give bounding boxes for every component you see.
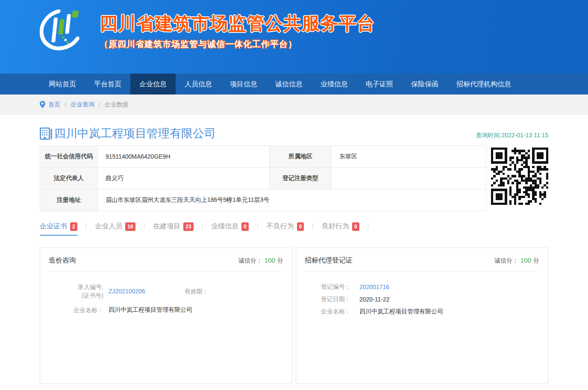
tab-enterprise-certificates[interactable]: 企业证书 2 <box>40 222 77 236</box>
breadcrumb-separator: / <box>65 101 66 108</box>
tab-enterprise-personnel[interactable]: 企业人员 16 <box>95 222 135 236</box>
tab-good-behavior[interactable]: 良好行为 0 <box>322 222 359 236</box>
nav-item-performance-info[interactable]: 业绩信息 <box>312 74 357 95</box>
nav-item-bidding-agency-info[interactable]: 招标代理机构信息 <box>447 74 520 95</box>
count-badge: 16 <box>125 222 135 231</box>
label-credit-code: 统一社会信用代码 <box>40 146 98 168</box>
count-badge: 0 <box>297 222 304 231</box>
tab-label: 企业证书 <box>40 222 67 231</box>
company-name: 四川中岚工程项目管理有限公司 <box>54 126 216 141</box>
tab-divider: | <box>257 223 259 230</box>
main-content: 四川中岚工程项目管理有限公司 查询时间:2022-01-13 11:15 统一社… <box>40 126 548 390</box>
building-icon <box>40 127 53 140</box>
tab-divider: | <box>144 223 145 230</box>
card-title: 造价咨询 <box>49 256 76 265</box>
breadcrumb-bar: 首页 / 企业查询 / 企业数据 <box>0 95 588 115</box>
tab-label: 不良行为 <box>267 222 294 231</box>
label-registration-type: 登记注册类型 <box>270 168 332 189</box>
certificate-number-link[interactable]: ZJ202100206 <box>109 288 145 295</box>
tab-label: 良好行为 <box>322 222 349 231</box>
tab-divider: | <box>368 223 369 230</box>
field-label-company-name: 企业名称： <box>321 308 355 316</box>
tab-label: 业绩信息 <box>211 222 238 231</box>
nav-item-credit-info[interactable]: 诚信信息 <box>266 74 312 95</box>
site-subtitle: （原四川省建筑市场监管与诚信一体化工作平台） <box>100 38 375 50</box>
card-title: 招标代理登记证 <box>305 256 353 265</box>
count-badge: 2 <box>70 222 77 231</box>
nav-item-e-certificate[interactable]: 电子证照 <box>357 74 402 95</box>
credit-score: 诚信分：100分 <box>238 257 283 265</box>
registration-number-link[interactable]: 202001716 <box>359 284 389 290</box>
score-label: 诚信分： <box>238 257 262 264</box>
field-value-company-name: 四川中岚工程项目管理有限公司 <box>109 306 192 314</box>
nav-item-site-home[interactable]: 网站首页 <box>40 74 85 95</box>
value-registered-address: 眉山市东坡区眉州大道东三段天天向上186号5幢1单元11层3号 <box>98 189 486 211</box>
score-value: 100 <box>520 257 531 264</box>
site-title: 四川省建筑市场监管公共服务平台 <box>100 12 375 35</box>
field-value-registration-date: 2020-11-22 <box>359 296 390 303</box>
tab-bad-behavior[interactable]: 不良行为 0 <box>267 222 304 236</box>
platform-logo-icon[interactable] <box>40 6 88 55</box>
label-registered-address: 注册地址 <box>40 189 98 211</box>
count-badge: 0 <box>352 222 359 231</box>
count-badge: 23 <box>183 222 193 231</box>
score-unit: 分 <box>277 257 283 264</box>
tabs-row: 企业证书 2 | 企业人员 16 | 在建项目 23 | 业绩信息 0 | 不良… <box>40 222 548 236</box>
nav-item-project-info[interactable]: 项目信息 <box>221 74 266 95</box>
site-title-block: 四川省建筑市场监管公共服务平台 （原四川省建筑市场监管与诚信一体化工作平台） <box>100 12 375 50</box>
credit-score: 诚信分：100分 <box>494 257 539 265</box>
tab-projects-under-construction[interactable]: 在建项目 23 <box>153 222 193 236</box>
value-credit-code: 91511400MA6420GE9H <box>98 146 270 168</box>
value-legal-representative: 曲义巧 <box>98 168 270 189</box>
field-label-company-name: 企业名称： <box>49 306 103 314</box>
site-header: 四川省建筑市场监管公共服务平台 （原四川省建筑市场监管与诚信一体化工作平台） <box>0 0 588 74</box>
value-registration-type <box>332 168 486 189</box>
breadcrumb: 首页 / 企业查询 / 企业数据 <box>40 95 548 115</box>
table-row: 统一社会信用代码 91511400MA6420GE9H 所属地区 东坡区 <box>40 146 486 168</box>
field-label-registration-number: 登记编号： <box>321 283 355 291</box>
nav-item-insurance-guarantee[interactable]: 保险保函 <box>402 74 447 95</box>
tab-label: 在建项目 <box>153 222 180 231</box>
card-bidding-agency-registration: 招标代理登记证 诚信分：100分 登记编号： 202001716 登记日期： 2… <box>296 248 548 384</box>
score-value: 100 <box>265 257 275 264</box>
company-info-table: 统一社会信用代码 91511400MA6420GE9H 所属地区 东坡区 法定代… <box>40 145 486 211</box>
main-nav: 网站首页 平台首页 企业信息 人员信息 项目信息 诚信信息 业绩信息 电子证照 … <box>0 74 588 95</box>
field-label-validity: 有效期： <box>185 287 209 295</box>
field-value-company-name: 四川中岚工程项目管理有限公司 <box>359 308 443 316</box>
tab-label: 企业人员 <box>95 222 122 231</box>
label-legal-representative: 法定代表人 <box>40 168 98 189</box>
breadcrumb-current: 企业数据 <box>105 101 129 109</box>
nav-item-personnel-info[interactable]: 人员信息 <box>176 74 221 95</box>
breadcrumb-separator: / <box>99 101 100 108</box>
card-cost-consulting: 造价咨询 诚信分：100分 录入编号: (证书号) ZJ202100206 有效… <box>40 248 292 384</box>
score-unit: 分 <box>533 257 539 264</box>
count-badge: 0 <box>241 222 249 231</box>
company-title: 四川中岚工程项目管理有限公司 <box>40 126 216 141</box>
nav-item-platform-home[interactable]: 平台首页 <box>85 74 130 95</box>
tab-performance-info[interactable]: 业绩信息 0 <box>211 222 249 236</box>
value-region: 东坡区 <box>332 146 486 168</box>
nav-item-enterprise-info[interactable]: 企业信息 <box>130 74 176 95</box>
tab-divider: | <box>312 223 314 230</box>
location-pin-icon <box>40 101 45 108</box>
table-row: 法定代表人 曲义巧 登记注册类型 <box>40 168 486 189</box>
tab-divider: | <box>85 223 87 230</box>
field-label-registration-date: 登记日期： <box>321 295 355 303</box>
tab-divider: | <box>202 223 203 230</box>
breadcrumb-home[interactable]: 首页 <box>48 101 60 109</box>
breadcrumb-enterprise-search[interactable]: 企业查询 <box>71 101 94 109</box>
qr-code <box>491 148 548 205</box>
query-time: 查询时间:2022-01-13 11:15 <box>476 132 548 141</box>
score-label: 诚信分： <box>494 257 518 264</box>
table-row: 注册地址 眉山市东坡区眉州大道东三段天天向上186号5幢1单元11层3号 <box>40 189 486 211</box>
label-region: 所属地区 <box>270 146 332 168</box>
field-label-entry-number: 录入编号: (证书号) <box>49 283 103 300</box>
